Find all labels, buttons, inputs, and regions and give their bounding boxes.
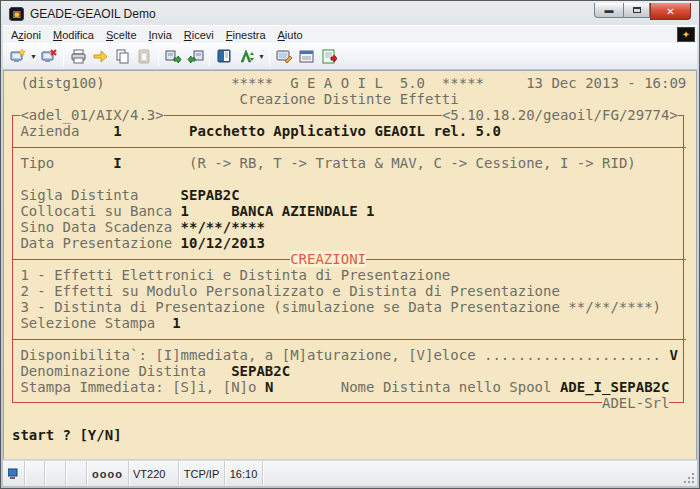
terminal-row-16: Selezione Stampa 1 — [12, 315, 696, 331]
menu-item-modifica[interactable]: Modifica — [47, 27, 100, 43]
menubar-items: AzioniModificaScelteInviaRiceviFinestraA… — [5, 27, 309, 43]
close-button[interactable]: ✕ — [650, 3, 691, 20]
terminal-row-13: 1 - Effetti Elettronici e Distinta di Pr… — [12, 267, 696, 283]
terminal-row-3: <adel_01/AIX/4.3> <5.10.18.20/geaoil/FG/… — [12, 107, 696, 123]
connect-dropdown-icon[interactable]: ▼ — [29, 53, 38, 60]
session-indicator-icon: ✦ — [677, 27, 695, 42]
terminal-row-4: Azienda 1 Pacchetto Applicativo GEAOIL r… — [12, 123, 696, 139]
disconnect-icon[interactable] — [38, 46, 60, 68]
font-selector-icon[interactable] — [235, 46, 257, 68]
terminal-row-11: Data Presentazione 10/12/2013 — [12, 235, 696, 251]
window-controls: ▬ ✕ — [594, 3, 691, 20]
connect-icon[interactable] — [7, 46, 29, 68]
window-title: GEADE-GEAOIL Demo — [30, 7, 156, 21]
terminal-row-14: 2 - Effetti su Modulo Personalizzato e D… — [12, 283, 696, 299]
terminal-screen[interactable]: (distg100) ***** G E A O I L 5.0 ***** 1… — [4, 71, 696, 459]
terminal-status-icon — [8, 468, 19, 479]
toolbar-separator — [209, 48, 210, 66]
toolbar-separator — [63, 48, 64, 66]
status-cell-main — [263, 461, 697, 486]
terminal-row-5 — [12, 139, 696, 155]
display-settings-icon[interactable] — [273, 46, 295, 68]
macro-record-icon[interactable] — [317, 46, 339, 68]
terminal-row-21: ADEL-Srl — [12, 395, 696, 411]
terminal-area: (distg100) ***** G E A O I L 5.0 ***** 1… — [3, 70, 697, 460]
terminal-row-6: Tipo I (R -> RB, T -> Tratta & MAV, C ->… — [12, 155, 696, 171]
status-cell-empty — [25, 461, 45, 486]
menu-bar: AzioniModificaScelteInviaRiceviFinestraA… — [3, 25, 697, 43]
terminal-row-19: Denominazione Distinta SEPAB2C — [12, 363, 696, 379]
maximize-button[interactable] — [623, 3, 650, 18]
print-icon[interactable] — [67, 46, 89, 68]
menu-item-scelte[interactable]: Scelte — [100, 27, 143, 43]
toolbar-separator — [158, 48, 159, 66]
terminal-row-20: Stampa Immediata: [S]i, [N]o N Nome Dist… — [12, 379, 696, 395]
menu-item-azioni[interactable]: Azioni — [5, 27, 47, 43]
terminal-row-9: Collocati su Banca 1 BANCA AZIENDALE 1 — [12, 203, 696, 219]
menu-item-ricevi[interactable]: Ricevi — [178, 27, 220, 43]
terminal-row-10: Sino Data Scadenza **/**/**** — [12, 219, 696, 235]
terminal-row-7 — [12, 171, 696, 187]
connection-status-cell — [3, 461, 25, 486]
maximize-icon — [633, 7, 641, 13]
menu-item-aiuto[interactable]: Aiuto — [272, 27, 309, 43]
font-dropdown-icon[interactable]: ▼ — [257, 53, 266, 60]
app-icon: ▣ — [9, 7, 24, 21]
terminal-row-22 — [12, 411, 696, 427]
status-bar: oooo VT220 TCP/IP 16:10 — [3, 460, 697, 486]
menu-item-finestra[interactable]: Finestra — [220, 27, 272, 43]
address-book-icon[interactable] — [213, 46, 235, 68]
terminal-row-15: 3 - Distinta di Presentazione (simulazio… — [12, 299, 696, 315]
terminal-row-18: Disponibilita`: [I]mmediata, a [M]aturaz… — [12, 347, 696, 363]
resize-grip[interactable] — [683, 472, 695, 484]
clock-cell: 16:10 — [225, 461, 263, 486]
status-cell-empty — [45, 461, 66, 486]
send-icon[interactable] — [89, 46, 111, 68]
keyboard-settings-icon[interactable] — [295, 46, 317, 68]
minimize-button[interactable]: ▬ — [594, 3, 623, 18]
terminal-row-24 — [12, 443, 696, 459]
protocol-cell: TCP/IP — [179, 461, 225, 486]
toolbar: ▼ ▼ — [3, 43, 697, 70]
terminal-row-8: Sigla Distinta SEPAB2C — [12, 187, 696, 203]
app-window: ▣ GEADE-GEAOIL Demo ▬ ✕ AzioniModificaSc… — [0, 0, 700, 489]
terminal-type-cell: VT220 — [129, 461, 179, 486]
status-cell-empty — [66, 461, 87, 486]
toolbar-separator — [269, 48, 270, 66]
send-file-icon[interactable] — [162, 46, 184, 68]
paste-icon[interactable] — [133, 46, 155, 68]
terminal-row-1: (distg100) ***** G E A O I L 5.0 ***** 1… — [12, 75, 696, 91]
terminal-row-2: Creazione Distinte Effetti — [12, 91, 696, 107]
status-leds: oooo — [87, 461, 129, 486]
receive-file-icon[interactable] — [184, 46, 206, 68]
copy-icon[interactable] — [111, 46, 133, 68]
terminal-row-17 — [12, 331, 696, 347]
title-bar[interactable]: ▣ GEADE-GEAOIL Demo — [3, 3, 697, 25]
menu-item-invia[interactable]: Invia — [143, 27, 178, 43]
terminal-row-12: CREAZIONI — [12, 251, 696, 267]
terminal-row-23: start ? [Y/N] — [12, 427, 696, 443]
